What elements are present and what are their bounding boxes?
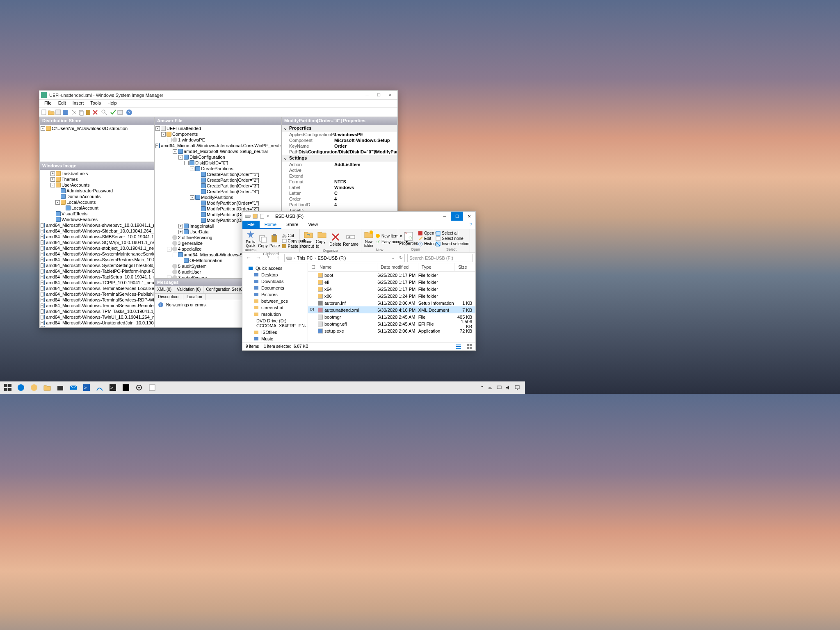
- taskbar-edge[interactable]: [15, 382, 27, 393]
- tree-item[interactable]: -UserAccounts: [41, 182, 153, 188]
- details-view-icon[interactable]: [456, 344, 461, 349]
- maximize-button[interactable]: ☐: [373, 91, 384, 99]
- file-row[interactable]: x866/25/2020 1:24 PMFile folder: [308, 292, 475, 299]
- collapse-icon[interactable]: ⌄: [283, 155, 289, 161]
- nav-item[interactable]: Documents: [242, 285, 308, 291]
- close-button[interactable]: ✕: [463, 212, 475, 221]
- nav-item[interactable]: Music: [242, 336, 308, 342]
- expander-icon[interactable]: +: [41, 223, 43, 228]
- taskbar-edge-canary[interactable]: [28, 382, 40, 393]
- maximize-button[interactable]: ☐: [451, 212, 463, 221]
- expander-icon[interactable]: -: [41, 126, 45, 131]
- file-row[interactable]: efi6/25/2020 1:17 PMFile folder: [308, 278, 475, 285]
- tree-item[interactable]: +amd64_Microsoft-Windows-SQMApi_10.0.190…: [41, 240, 153, 245]
- file-row[interactable]: bootmgr.efi5/11/2020 2:45 AMEFI File1,50…: [308, 320, 475, 327]
- tree-item[interactable]: ModifyPartition[Order="1"]: [155, 200, 280, 206]
- select-none-button[interactable]: Select none: [436, 236, 469, 241]
- large-icons-view-icon[interactable]: [466, 344, 472, 349]
- file-row[interactable]: setup.exe5/11/2020 2:06 AMApplication72 …: [308, 327, 475, 334]
- windows-image-tree[interactable]: +TaskbarLinks+Themes-UserAccountsAdminis…: [40, 170, 154, 327]
- start-button[interactable]: [2, 382, 14, 393]
- expander-icon[interactable]: +: [41, 315, 43, 320]
- dist-root[interactable]: -C:\Users\m_la\Downloads\Distribution: [41, 126, 153, 131]
- tree-item[interactable]: +amd64_Microsoft-Windows-TwinUI_10.0.190…: [41, 314, 153, 320]
- tree-item[interactable]: -CreatePartitions: [155, 166, 280, 171]
- tool-paste-icon[interactable]: [85, 109, 91, 116]
- paste-button[interactable]: Paste: [269, 234, 280, 248]
- nav-item[interactable]: ISOfiles: [242, 329, 308, 336]
- expander-icon[interactable]: -: [184, 161, 189, 165]
- back-button[interactable]: ←: [245, 254, 252, 262]
- expander-icon[interactable]: +: [41, 309, 43, 314]
- tree-item[interactable]: +amd64_Microsoft-Windows-TerminalService…: [41, 285, 153, 291]
- tray-volume-icon[interactable]: [505, 385, 511, 390]
- property-row[interactable]: PartitionID4: [282, 202, 397, 208]
- nav-item[interactable]: DVD Drive (D:) CCCOMA_X64FRE_EN-…: [242, 317, 308, 329]
- tab-home[interactable]: Home: [260, 221, 281, 229]
- tree-item[interactable]: -LocalAccounts: [41, 199, 153, 205]
- tree-item[interactable]: CreatePartition[Order="2"]: [155, 177, 280, 183]
- property-row[interactable]: ComponentMicrosoft-Windows-Setup: [282, 137, 397, 143]
- expander-icon[interactable]: +: [41, 275, 43, 279]
- explorer-titlebar[interactable]: ▾ ESD-USB (F:) ─ ☐ ✕: [242, 212, 475, 221]
- search-input[interactable]: Search ESD-USB (F:): [407, 254, 473, 262]
- tree-item[interactable]: +amd64_Microsoft-Windows-TapiSetup_10.0.…: [41, 274, 153, 280]
- tree-item[interactable]: -ModifyPartitions: [155, 194, 280, 200]
- expander-icon[interactable]: -: [173, 149, 177, 154]
- property-row[interactable]: Extend: [282, 173, 397, 179]
- tree-item[interactable]: CreatePartition[Order="1"]: [155, 171, 280, 177]
- taskbar-settings[interactable]: [133, 382, 145, 393]
- taskbar-app[interactable]: [94, 382, 106, 393]
- expander-icon[interactable]: +: [41, 258, 43, 262]
- tree-item[interactable]: +amd64_Microsoft-Windows-Sidebar_10.0.19…: [41, 228, 153, 234]
- tool-validate-icon[interactable]: [110, 109, 116, 116]
- qat-props-icon[interactable]: [252, 213, 258, 219]
- tool-delete-icon[interactable]: [92, 109, 98, 116]
- property-row[interactable]: Active: [282, 167, 397, 173]
- collapse-icon[interactable]: ⌄: [283, 126, 289, 131]
- tree-item[interactable]: AdministratorPassword: [41, 188, 153, 194]
- taskbar[interactable]: > >_ ⌃: [0, 381, 525, 394]
- tree-item[interactable]: CreatePartition[Order="3"]: [155, 183, 280, 189]
- tray-notifications-icon[interactable]: [514, 385, 520, 390]
- expander-icon[interactable]: -: [167, 247, 171, 251]
- property-row[interactable]: AppliedConfigurationPass1 windowsPE: [282, 132, 397, 137]
- nav-item[interactable]: Desktop: [242, 272, 308, 278]
- tree-item[interactable]: VisualEffects: [41, 211, 153, 217]
- expander-icon[interactable]: +: [41, 229, 43, 233]
- tree-item[interactable]: -amd64_Microsoft-Windows-Setup_neutral: [155, 148, 280, 154]
- move-to-button[interactable]: Move to: [302, 230, 314, 249]
- expander-icon[interactable]: +: [178, 230, 183, 234]
- expander-icon[interactable]: -: [190, 167, 194, 171]
- tool-new-icon[interactable]: [41, 109, 48, 116]
- tool-save-icon[interactable]: [62, 109, 68, 116]
- expander-icon[interactable]: +: [41, 298, 43, 302]
- expander-icon[interactable]: +: [41, 304, 43, 308]
- properties-button[interactable]: Properties: [401, 231, 416, 246]
- expander-icon[interactable]: +: [41, 321, 43, 325]
- close-button[interactable]: ✕: [384, 91, 396, 99]
- file-list[interactable]: ☐ Name Date modified Type Size boot6/25/…: [308, 263, 475, 342]
- tool-cut-icon[interactable]: [71, 109, 78, 116]
- msgs-tab-configset[interactable]: Configuration Set (0): [203, 286, 247, 293]
- menu-edit[interactable]: Edit: [55, 100, 69, 107]
- expander-icon[interactable]: -: [50, 183, 55, 187]
- tree-item[interactable]: +amd64_Microsoft-Windows-TerminalService…: [41, 291, 153, 297]
- col-checkbox[interactable]: ☐: [308, 263, 316, 271]
- expander-icon[interactable]: -: [173, 253, 177, 257]
- tool-open-icon[interactable]: [48, 109, 55, 116]
- expander-icon[interactable]: +: [41, 292, 43, 297]
- tree-item[interactable]: +amd64_Microsoft-Windows-TerminalService…: [41, 303, 153, 308]
- expander-icon[interactable]: +: [50, 177, 55, 182]
- tree-item[interactable]: +amd64_Microsoft-Windows-TerminalService…: [41, 297, 153, 303]
- taskbar-explorer[interactable]: [41, 382, 53, 393]
- taskbar-mail[interactable]: [67, 382, 80, 393]
- recent-button[interactable]: ▾: [265, 254, 272, 262]
- file-row[interactable]: autorun.inf5/11/2020 2:06 AMSetup Inform…: [308, 299, 475, 306]
- nav-item[interactable]: Quick access: [242, 265, 308, 272]
- expander-icon[interactable]: +: [50, 171, 55, 176]
- expander-icon[interactable]: +: [41, 240, 43, 245]
- property-row[interactable]: Order4: [282, 196, 397, 202]
- tree-item[interactable]: -1 windowsPE: [155, 137, 280, 143]
- expander-icon[interactable]: -: [55, 200, 60, 205]
